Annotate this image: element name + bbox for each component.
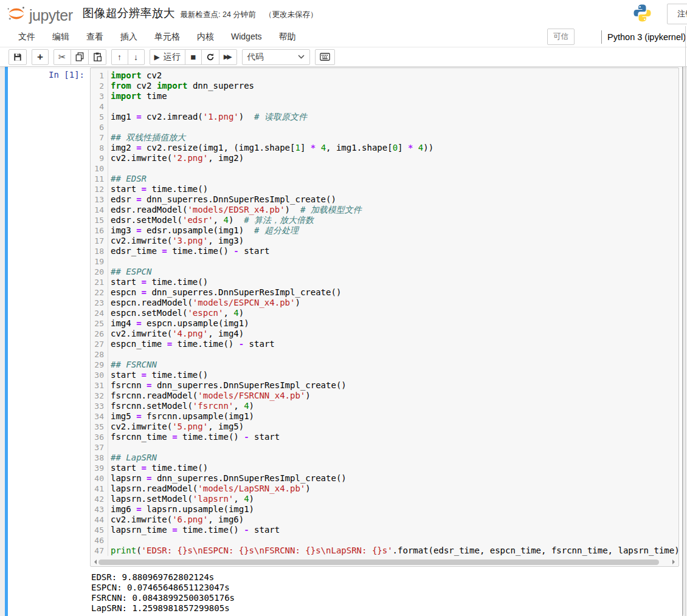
- code-line[interactable]: 30start = time.time(): [91, 370, 678, 380]
- menu-item-kernel[interactable]: 内核: [188, 26, 223, 47]
- code-line[interactable]: 19: [91, 256, 678, 267]
- code-line[interactable]: 39start = time.time(): [91, 463, 678, 473]
- code-line-text: edsr.readModel('models/EDSR_x4.pb') # 加载…: [108, 205, 362, 215]
- code-line[interactable]: 17cv2.imwrite('3.png', img3): [91, 236, 678, 246]
- code-line[interactable]: 26cv2.imwrite('4.png', img4): [91, 329, 678, 339]
- code-line-text: cv2.imwrite('6.png', img6): [108, 515, 244, 525]
- code-line[interactable]: 13edsr = dnn_superres.DnnSuperResImpl_cr…: [91, 194, 678, 205]
- hscrollbar-track[interactable]: [98, 560, 671, 565]
- scroll-right-arrow-icon[interactable]: [672, 560, 677, 564]
- move-cell-down-button[interactable]: ↓: [128, 49, 145, 65]
- save-button[interactable]: [9, 49, 27, 65]
- cut-cell-button[interactable]: ✂: [54, 49, 71, 65]
- code-line[interactable]: 31fsrcnn = dnn_superres.DnnSuperResImpl_…: [91, 380, 678, 391]
- code-line[interactable]: 21start = time.time(): [91, 277, 678, 287]
- hscrollbar-thumb[interactable]: [98, 560, 659, 565]
- code-line[interactable]: 3import time: [91, 91, 678, 101]
- code-line[interactable]: 24espcn.setModel('espcn', 4): [91, 308, 678, 318]
- line-number: 32: [91, 391, 108, 401]
- restart-run-all-button[interactable]: ▶▶: [219, 49, 237, 65]
- code-line-text: espcn.setModel('espcn', 4): [108, 308, 244, 318]
- code-line[interactable]: 18edsr_time = time.time() - start: [91, 246, 678, 256]
- code-line[interactable]: 29## FSRCNN: [91, 360, 678, 370]
- line-number: 33: [91, 401, 108, 411]
- code-line[interactable]: 2from cv2 import dnn_superres: [91, 81, 678, 91]
- add-cell-button[interactable]: +: [32, 49, 49, 65]
- jupyter-logo-icon: [6, 4, 27, 23]
- code-line[interactable]: 38## LapSRN: [91, 453, 678, 463]
- code-line[interactable]: 23espcn.readModel('models/ESPCN_x4.pb'): [91, 298, 678, 308]
- line-number: 37: [91, 442, 108, 453]
- scroll-left-arrow-icon[interactable]: [92, 560, 97, 564]
- menu-items: 文件编辑查看插入单元格内核Widgets帮助: [10, 26, 305, 47]
- code-line[interactable]: 7## 双线性插值放大: [91, 132, 678, 143]
- code-line[interactable]: 40lapsrn = dnn_superres.DnnSuperResImpl_…: [91, 473, 678, 484]
- code-line[interactable]: 11## EDSR: [91, 174, 678, 184]
- code-line-text: cv2.imwrite('4.png', img4): [108, 329, 244, 339]
- command-palette-button[interactable]: [315, 49, 335, 65]
- code-line[interactable]: 46: [91, 535, 678, 546]
- logout-button[interactable]: 注销: [667, 4, 687, 24]
- code-line[interactable]: 16img3 = edsr.upsample(img1) # 超分处理: [91, 225, 678, 236]
- code-line[interactable]: 4: [91, 101, 678, 112]
- keyboard-icon: [320, 53, 330, 61]
- code-line[interactable]: 10: [91, 163, 678, 174]
- code-line-text: [108, 256, 116, 267]
- code-line[interactable]: 44cv2.imwrite('6.png', img6): [91, 515, 678, 525]
- menu-item-insert[interactable]: 插入: [112, 26, 146, 47]
- kernel-separator: [601, 30, 602, 44]
- page-scrollbar[interactable]: [685, 26, 686, 616]
- code-line[interactable]: 34img5 = fsrcnn.upsample(img1): [91, 411, 678, 422]
- code-line[interactable]: 20## ESPCN: [91, 267, 678, 277]
- code-line[interactable]: 22espcn = dnn_superres.DnnSuperResImpl_c…: [91, 287, 678, 298]
- cell-type-select[interactable]: 代码: [242, 49, 310, 65]
- code-line[interactable]: 45lapsrn_time = time.time() - start: [91, 525, 678, 535]
- paste-cell-button[interactable]: [88, 49, 106, 65]
- code-line[interactable]: 32fsrcnn.readModel('models/FSRCNN_x4.pb'…: [91, 391, 678, 401]
- menu-item-file[interactable]: 文件: [10, 26, 44, 47]
- code-line[interactable]: 37: [91, 442, 678, 453]
- code-editor[interactable]: 1import cv22from cv2 import dnn_superres…: [90, 67, 679, 567]
- menu-item-view[interactable]: 查看: [78, 26, 112, 47]
- code-line[interactable]: 15edsr.setModel('edsr', 4) # 算法，放大倍数: [91, 215, 678, 225]
- code-line[interactable]: 35cv2.imwrite('5.png', img5): [91, 422, 678, 432]
- code-line[interactable]: 33fsrcnn.setModel('fsrcnn', 4): [91, 401, 678, 411]
- code-line[interactable]: 47print('EDSR: {}s\nESPCN: {}s\nFSRCNN: …: [91, 546, 678, 556]
- menu-item-help[interactable]: 帮助: [271, 26, 305, 47]
- arrow-down-icon: ↓: [134, 52, 138, 62]
- move-cell-up-button[interactable]: ↑: [111, 49, 128, 65]
- code-line[interactable]: 28: [91, 349, 678, 360]
- line-number: 36: [91, 432, 108, 442]
- stop-button[interactable]: ■: [185, 49, 202, 65]
- chevron-down-icon: [298, 55, 305, 59]
- line-number: 26: [91, 329, 108, 339]
- code-line[interactable]: 12start = time.time(): [91, 184, 678, 194]
- code-line[interactable]: 36fsrcnn_time = time.time() - start: [91, 432, 678, 442]
- editor-hscrollbar[interactable]: [91, 558, 678, 566]
- code-line[interactable]: 41lapsrn.readModel('models/LapSRN_x4.pb'…: [91, 484, 678, 494]
- code-line[interactable]: 8img2 = cv2.resize(img1, (img1.shape[1] …: [91, 143, 678, 153]
- code-line[interactable]: 9cv2.imwrite('2.png', img2): [91, 153, 678, 163]
- code-line[interactable]: 25img4 = espcn.upsample(img1): [91, 318, 678, 329]
- line-number: 14: [91, 205, 108, 215]
- notebook-title[interactable]: 图像超分辨率放大: [83, 5, 175, 21]
- paste-icon: [93, 52, 102, 61]
- menu-item-cell[interactable]: 单元格: [146, 26, 188, 47]
- code-line[interactable]: 43img6 = lapsrn.upsample(img1): [91, 504, 678, 515]
- code-line[interactable]: 27espcn_time = time.time() - start: [91, 339, 678, 349]
- code-line[interactable]: 42lapsrn.setModel('lapsrn', 4): [91, 494, 678, 504]
- menu-item-edit[interactable]: 编辑: [44, 26, 78, 47]
- code-line[interactable]: 6: [91, 122, 678, 132]
- jupyter-logo[interactable]: jupyter: [6, 4, 73, 23]
- code-cell[interactable]: In [1]: 1import cv22from cv2 import dnn_…: [5, 67, 683, 616]
- code-line[interactable]: 5img1 = cv2.imread('1.png') # 读取原文件: [91, 112, 678, 122]
- code-line[interactable]: 1import cv2: [91, 70, 678, 81]
- copy-cell-button[interactable]: [71, 49, 89, 65]
- code-line[interactable]: 14edsr.readModel('models/EDSR_x4.pb') # …: [91, 205, 678, 215]
- line-number: 31: [91, 380, 108, 391]
- menu-item-widgets[interactable]: Widgets: [223, 26, 271, 47]
- restart-kernel-button[interactable]: [201, 49, 219, 65]
- line-number: 2: [91, 81, 108, 91]
- run-button[interactable]: ▶ 运行: [150, 49, 185, 65]
- line-number: 43: [91, 504, 108, 515]
